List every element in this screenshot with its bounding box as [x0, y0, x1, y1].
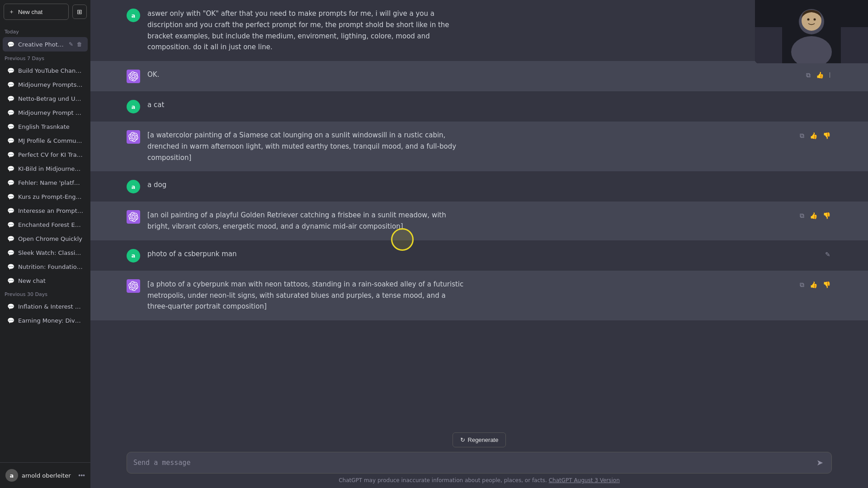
video-feed — [755, 0, 868, 63]
item-actions: ✎ 🗑 — [68, 40, 83, 48]
thumbs-down-button[interactable]: 👎 — [821, 211, 832, 221]
sidebar-item-label: Netto-Betrag und Umsatzsteu... — [18, 95, 83, 102]
message-text: a dog — [147, 179, 464, 191]
thumbs-up-button[interactable]: 👍 — [808, 131, 819, 141]
sidebar-item-label: KI-Bild in Midjourney erstellen... — [18, 165, 83, 172]
chat-icon: 💬 — [7, 95, 14, 102]
sidebar-item-netto-betrag[interactable]: 💬 Netto-Betrag und Umsatzsteu... — [3, 92, 88, 105]
sidebar-item-label: Midjourney Prompt Examples... — [18, 109, 83, 116]
message-text: OK. — [147, 69, 464, 80]
send-button[interactable]: ➤ — [815, 457, 825, 469]
svg-rect-4 — [841, 27, 868, 63]
sidebar-item-enchanted-forest[interactable]: 💬 Enchanted Forest Exploration... — [3, 218, 88, 231]
sidebar-item-label: Perfect CV for KI Trainer — [18, 151, 83, 158]
plus-icon: ＋ — [9, 8, 14, 16]
sidebar-item-kurs-prompt[interactable]: 💬 Kurs zu Prompt-Engineering — [3, 190, 88, 203]
sidebar-item-open-chrome[interactable]: 💬 Open Chrome Quickly — [3, 232, 88, 245]
sidebar-item-creative-photography[interactable]: 💬 Creative Photography P ✎ 🗑 — [3, 37, 88, 52]
sidebar-item-label: Creative Photography P — [18, 41, 64, 48]
prev7-section-label: Previous 7 Days — [0, 52, 90, 63]
sidebar-item-midjourney-examples[interactable]: 💬 Midjourney Prompt Examples... — [3, 106, 88, 119]
sidebar-item-nutrition[interactable]: 💬 Nutrition: Foundation of Healt... — [3, 260, 88, 273]
sidebar-list: Today 💬 Creative Photography P ✎ 🗑 Previ… — [0, 23, 90, 462]
copy-button[interactable]: ⧉ — [805, 70, 812, 80]
sidebar-item-mj-profile[interactable]: 💬 MJ Profile & Community Serv... — [3, 134, 88, 147]
new-chat-button[interactable]: ＋ New chat — [4, 4, 69, 20]
sidebar-item-label: English Trasnkate — [18, 123, 83, 130]
message-actions: ✎ — [824, 249, 832, 259]
user-avatar-message: a — [127, 249, 140, 263]
copy-button[interactable]: ⧉ — [798, 280, 806, 290]
svg-point-6 — [807, 19, 810, 21]
regenerate-icon: ↻ — [460, 436, 465, 443]
sidebar-item-earning-money[interactable]: 💬 Earning Money: Diverse Ways... — [3, 314, 88, 327]
edit-message-button[interactable]: ✎ — [824, 249, 832, 259]
sidebar-item-label: Kurs zu Prompt-Engineering — [18, 193, 83, 200]
input-row: ➤ — [127, 452, 832, 474]
sidebar-item-build-youtube[interactable]: 💬 Build YouTube Channel: 100k! — [3, 64, 88, 77]
sidebar-item-midjourney-prompts[interactable]: 💬 Midjourney Prompts & Examp... — [3, 78, 88, 91]
sidebar-item-inflation[interactable]: 💬 Inflation & Interest Rates — [3, 300, 88, 313]
chat-icon: 💬 — [7, 137, 14, 144]
sidebar-expand-button[interactable]: ⊞ — [72, 5, 87, 19]
assistant-avatar-message — [127, 70, 140, 83]
message-row: a aswer only with "OK" after that you ne… — [90, 0, 868, 61]
sidebar-item-ki-bild[interactable]: 💬 KI-Bild in Midjourney erstellen... — [3, 162, 88, 175]
chat-icon: 💬 — [7, 235, 14, 242]
message-text: aswer only with "OK" after that you need… — [147, 8, 464, 53]
main-content: a aswer only with "OK" after that you ne… — [90, 0, 868, 488]
chat-icon: 💬 — [7, 151, 14, 158]
message-text: [an oil painting of a playful Golden Ret… — [147, 210, 464, 232]
chat-icon: 💬 — [7, 193, 14, 200]
thumbs-down-button[interactable]: | — [828, 70, 832, 79]
regenerate-row: ↻ Regenerate — [127, 432, 832, 447]
chat-icon: 💬 — [7, 165, 14, 172]
sidebar-item-label: Inflation & Interest Rates — [18, 303, 83, 310]
footer-note: ChatGPT may produce inaccurate informati… — [127, 474, 832, 486]
sidebar-item-label: Midjourney Prompts & Examp... — [18, 81, 83, 88]
thumbs-down-button[interactable]: 👎 — [821, 280, 832, 290]
assistant-avatar-message — [127, 279, 140, 293]
sidebar-item-perfect-cv[interactable]: 💬 Perfect CV for KI Trainer — [3, 148, 88, 161]
thumbs-up-button[interactable]: 👍 — [815, 70, 825, 80]
message-text: a cat — [147, 99, 464, 111]
chat-icon: 💬 — [7, 41, 14, 48]
copy-button[interactable]: ⧉ — [798, 131, 806, 141]
thumbs-up-button[interactable]: 👍 — [808, 211, 819, 221]
regenerate-label: Regenerate — [468, 436, 499, 443]
user-info[interactable]: a arnold oberleiter — [4, 466, 76, 484]
sidebar-item-label: Sleek Watch: Classic Elegance... — [18, 249, 83, 256]
copy-button[interactable]: ⧉ — [798, 211, 806, 221]
user-avatar-message: a — [127, 100, 140, 113]
message-actions: ⧉ 👍 | — [805, 69, 832, 80]
user-menu-button[interactable]: ••• — [76, 470, 87, 481]
thumbs-up-button[interactable]: 👍 — [808, 280, 819, 290]
chat-icon: 💬 — [7, 67, 14, 74]
chat-icon: 💬 — [7, 317, 14, 324]
footer-version-link[interactable]: ChatGPT August 3 Version — [549, 477, 620, 483]
message-actions: ⧉ 👍 👎 — [798, 130, 832, 141]
bottom-area: ↻ Regenerate ➤ ChatGPT may produce inacc… — [90, 427, 868, 488]
thumbs-down-button[interactable]: 👎 — [821, 131, 832, 141]
sidebar: ＋ New chat ⊞ Today 💬 Creative Photograph… — [0, 0, 90, 488]
footer-disclaimer: ChatGPT may produce inaccurate informati… — [339, 477, 547, 483]
message-input[interactable] — [133, 458, 811, 468]
message-row: OK. ⧉ 👍 | — [90, 61, 868, 91]
today-section-label: Today — [0, 25, 90, 37]
sidebar-item-sleek-watch[interactable]: 💬 Sleek Watch: Classic Elegance... — [3, 246, 88, 259]
delete-icon[interactable]: 🗑 — [76, 40, 83, 48]
assistant-avatar-message — [127, 130, 140, 144]
sidebar-item-label: Nutrition: Foundation of Healt... — [18, 263, 83, 270]
regenerate-button[interactable]: ↻ Regenerate — [453, 432, 506, 447]
message-text: [a watercolor painting of a Siamese cat … — [147, 130, 464, 163]
message-actions: ⧉ 👍 👎 — [798, 210, 832, 221]
message-actions: ⧉ 👍 👎 — [798, 279, 832, 290]
chat-icon: 💬 — [7, 179, 14, 186]
message-row: a photo of a csberpunk man ✎ — [90, 240, 868, 271]
sidebar-item-interesse-prompt[interactable]: 💬 Interesse an Prompt Engineer... — [3, 204, 88, 217]
sidebar-item-new-chat[interactable]: 💬 New chat — [3, 274, 88, 287]
sidebar-item-fehler-platform[interactable]: 💬 Fehler: Name 'platform' undef... — [3, 176, 88, 189]
edit-icon[interactable]: ✎ — [68, 40, 74, 48]
sidebar-item-english-translate[interactable]: 💬 English Trasnkate — [3, 120, 88, 133]
sidebar-header: ＋ New chat ⊞ — [0, 0, 90, 23]
